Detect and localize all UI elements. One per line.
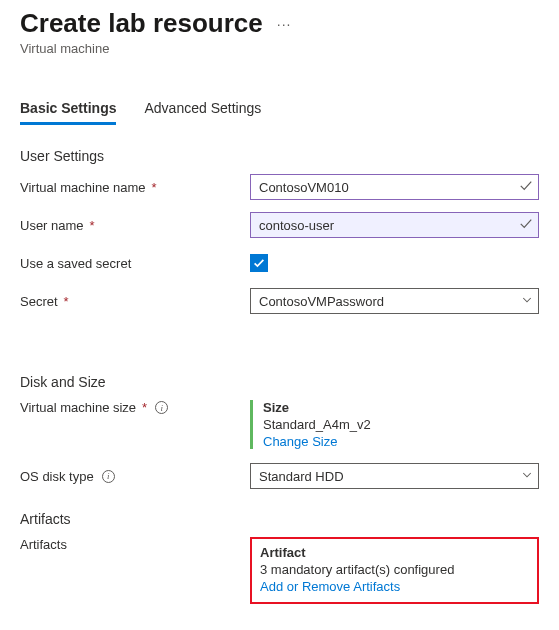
use-saved-secret-label: Use a saved secret [20,256,131,271]
artifacts-highlight-box: Artifact 3 mandatory artifact(s) configu… [250,537,539,604]
section-disk-and-size: Disk and Size [20,374,539,390]
vm-size-label: Virtual machine size [20,400,136,415]
vm-size-block: Size Standard_A4m_v2 Change Size [250,400,539,449]
required-indicator: * [64,294,69,309]
vm-name-input[interactable] [250,174,539,200]
checkmark-icon [252,256,266,270]
info-icon[interactable]: i [155,401,168,414]
more-actions-icon[interactable]: ··· [277,16,292,32]
section-artifacts: Artifacts [20,511,539,527]
tab-advanced-settings[interactable]: Advanced Settings [144,100,261,125]
required-indicator: * [142,400,147,415]
page-subtitle: Virtual machine [20,41,539,56]
required-indicator: * [152,180,157,195]
add-remove-artifacts-link[interactable]: Add or Remove Artifacts [260,579,529,594]
user-name-label: User name [20,218,84,233]
os-disk-type-select[interactable] [250,463,539,489]
vm-size-block-title: Size [263,400,539,415]
info-icon[interactable]: i [102,470,115,483]
use-saved-secret-checkbox[interactable] [250,254,268,272]
vm-name-label: Virtual machine name [20,180,146,195]
secret-label: Secret [20,294,58,309]
artifacts-label: Artifacts [20,537,67,552]
change-size-link[interactable]: Change Size [263,434,539,449]
os-disk-type-label: OS disk type [20,469,94,484]
tab-basic-settings[interactable]: Basic Settings [20,100,116,125]
user-name-input[interactable] [250,212,539,238]
vm-size-value: Standard_A4m_v2 [263,417,539,432]
section-user-settings: User Settings [20,148,539,164]
artifacts-summary: 3 mandatory artifact(s) configured [260,562,529,577]
required-indicator: * [90,218,95,233]
page-title: Create lab resource [20,8,263,39]
secret-select[interactable] [250,288,539,314]
tabs-bar: Basic Settings Advanced Settings [20,100,539,126]
artifacts-block-title: Artifact [260,545,529,560]
